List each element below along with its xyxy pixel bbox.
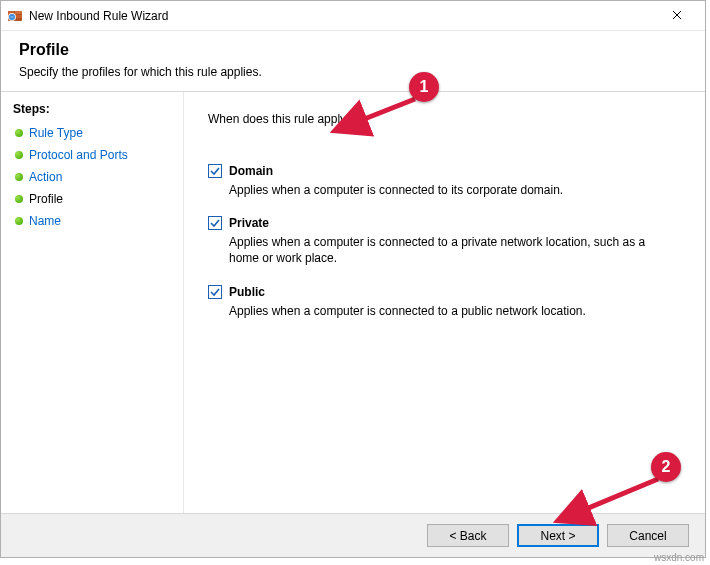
page-title: Profile [19, 41, 687, 59]
annotation-badge-1: 1 [409, 72, 439, 102]
checkbox-public[interactable] [208, 285, 222, 299]
titlebar: New Inbound Rule Wizard [1, 1, 705, 31]
firewall-icon [7, 8, 23, 24]
steps-label: Steps: [13, 102, 175, 116]
annotation-badge-2: 2 [651, 452, 681, 482]
step-profile[interactable]: Profile [13, 188, 175, 210]
step-bullet-icon [15, 217, 23, 225]
step-label: Action [29, 170, 62, 184]
check-icon [210, 218, 220, 228]
option-private: Private Applies when a computer is conne… [208, 216, 689, 266]
step-name[interactable]: Name [13, 210, 175, 232]
watermark: wsxdn.com [654, 552, 704, 563]
back-button[interactable]: < Back [427, 524, 509, 547]
step-bullet-icon [15, 173, 23, 181]
svg-rect-4 [16, 15, 22, 18]
check-icon [210, 166, 220, 176]
wizard-window: New Inbound Rule Wizard Profile Specify … [0, 0, 706, 558]
close-button[interactable] [655, 2, 699, 30]
close-icon [672, 9, 682, 23]
page-subtitle: Specify the profiles for which this rule… [19, 65, 687, 79]
wizard-body: Steps: Rule Type Protocol and Ports Acti… [1, 92, 705, 513]
svg-rect-2 [15, 11, 22, 14]
step-bullet-icon [15, 151, 23, 159]
page-header: Profile Specify the profiles for which t… [1, 31, 705, 92]
step-label: Profile [29, 192, 63, 206]
check-icon [210, 287, 220, 297]
step-rule-type[interactable]: Rule Type [13, 122, 175, 144]
step-label: Protocol and Ports [29, 148, 128, 162]
cancel-button[interactable]: Cancel [607, 524, 689, 547]
option-domain: Domain Applies when a computer is connec… [208, 164, 689, 198]
option-desc: Applies when a computer is connected to … [229, 182, 669, 198]
option-label: Public [229, 285, 265, 299]
step-bullet-icon [15, 129, 23, 137]
option-public: Public Applies when a computer is connec… [208, 285, 689, 319]
checkbox-private[interactable] [208, 216, 222, 230]
window-title: New Inbound Rule Wizard [29, 9, 655, 23]
option-label: Domain [229, 164, 273, 178]
steps-panel: Steps: Rule Type Protocol and Ports Acti… [1, 92, 184, 513]
option-label: Private [229, 216, 269, 230]
footer: < Back Next > Cancel [1, 513, 705, 557]
content-panel: When does this rule apply? Domain Applie… [184, 92, 705, 513]
step-bullet-icon [15, 195, 23, 203]
step-label: Rule Type [29, 126, 83, 140]
next-button[interactable]: Next > [517, 524, 599, 547]
option-desc: Applies when a computer is connected to … [229, 234, 669, 266]
step-protocol-ports[interactable]: Protocol and Ports [13, 144, 175, 166]
question-text: When does this rule apply? [208, 112, 689, 126]
checkbox-domain[interactable] [208, 164, 222, 178]
step-action[interactable]: Action [13, 166, 175, 188]
step-label: Name [29, 214, 61, 228]
option-desc: Applies when a computer is connected to … [229, 303, 669, 319]
